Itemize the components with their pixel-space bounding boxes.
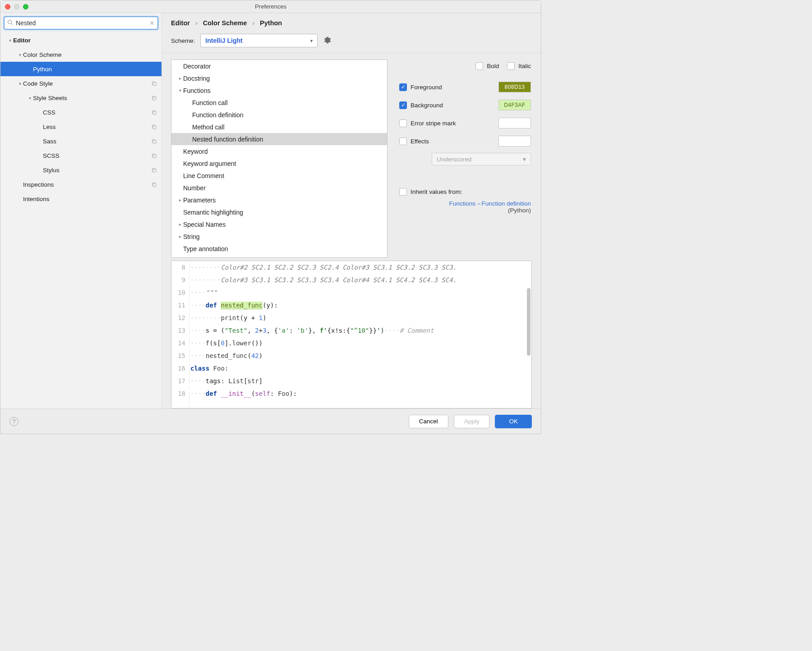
titlebar: Preferences bbox=[0, 0, 541, 13]
svg-rect-5 bbox=[153, 97, 156, 100]
category-item[interactable]: Number bbox=[171, 182, 387, 194]
errorstripe-swatch[interactable] bbox=[498, 118, 531, 128]
effects-check[interactable]: Effects bbox=[399, 138, 429, 145]
crumb-python[interactable]: Python bbox=[260, 19, 282, 27]
svg-line-1 bbox=[11, 23, 13, 25]
category-item[interactable]: Function definition bbox=[171, 109, 387, 121]
category-item[interactable]: ▸Docstring bbox=[171, 72, 387, 84]
tree-item[interactable]: SCSS bbox=[0, 148, 161, 163]
category-item[interactable]: Decorator bbox=[171, 60, 387, 72]
sidebar: ✕ ▾Editor▾Color SchemePython▾Code Style▾… bbox=[0, 13, 162, 408]
category-item[interactable]: Function call bbox=[171, 96, 387, 109]
tree-item[interactable]: Stylus bbox=[0, 163, 161, 177]
separate-settings-icon bbox=[151, 153, 157, 159]
crumb-colorscheme[interactable]: Color Scheme bbox=[203, 19, 247, 27]
chevron-right-icon: › bbox=[195, 19, 198, 27]
svg-rect-11 bbox=[153, 140, 156, 143]
category-item[interactable]: Semantic highlighting bbox=[171, 206, 387, 218]
tree-item[interactable]: Intentions bbox=[0, 192, 161, 206]
scrollbar[interactable] bbox=[527, 288, 531, 356]
tree-item[interactable]: Less bbox=[0, 119, 161, 134]
separate-settings-icon bbox=[151, 81, 157, 87]
clear-icon[interactable]: ✕ bbox=[149, 19, 155, 27]
scheme-row: Scheme: IntelliJ Light ▾ bbox=[162, 31, 541, 53]
window-title: Preferences bbox=[0, 3, 541, 10]
foreground-check[interactable]: ✓Foreground bbox=[399, 83, 442, 91]
svg-rect-7 bbox=[153, 111, 156, 115]
code-area: ········Color#2 SC2.1 SC2.2 SC2.3 SC2.4 … bbox=[189, 261, 531, 408]
tree-item[interactable]: ▾Style Sheets bbox=[0, 91, 161, 105]
breadcrumb: Editor › Color Scheme › Python bbox=[162, 13, 541, 31]
help-icon[interactable]: ? bbox=[9, 417, 18, 426]
inherit-link[interactable]: Functions→Function definition bbox=[449, 200, 531, 207]
properties-panel: Bold Italic ✓Foreground 808D13 ✓Backgrou… bbox=[398, 60, 532, 258]
category-item[interactable]: Keyword argument bbox=[171, 157, 387, 170]
main-area: Decorator▸Docstring▾FunctionsFunction ca… bbox=[162, 53, 541, 408]
tree-item[interactable]: Inspections bbox=[0, 177, 161, 192]
scheme-label: Scheme: bbox=[171, 37, 195, 44]
search-field[interactable] bbox=[16, 19, 147, 27]
ok-button[interactable]: OK bbox=[495, 415, 532, 428]
tree-item[interactable]: ▾Color Scheme bbox=[0, 47, 161, 62]
svg-point-0 bbox=[8, 20, 12, 24]
svg-rect-15 bbox=[153, 169, 156, 172]
chevron-down-icon: ▾ bbox=[310, 38, 313, 43]
effects-select[interactable]: Underscored ▾ bbox=[432, 153, 531, 165]
category-item[interactable]: Type annotation bbox=[171, 243, 387, 255]
separate-settings-icon bbox=[151, 95, 157, 101]
scheme-select[interactable]: IntelliJ Light ▾ bbox=[200, 34, 318, 47]
foreground-swatch[interactable]: 808D13 bbox=[498, 82, 531, 92]
category-item[interactable]: Nested function definition bbox=[171, 133, 387, 145]
footer: ? Cancel Apply OK bbox=[0, 408, 541, 434]
category-item[interactable]: ▸Special Names bbox=[171, 218, 387, 230]
category-item[interactable]: ▸String bbox=[171, 230, 387, 243]
content: Editor › Color Scheme › Python Scheme: I… bbox=[162, 13, 541, 408]
separate-settings-icon bbox=[151, 138, 157, 144]
chevron-down-icon: ▾ bbox=[523, 156, 526, 163]
category-item[interactable]: Keyword bbox=[171, 145, 387, 157]
code-preview[interactable]: 89101112131415161718 ········Color#2 SC2… bbox=[171, 261, 532, 408]
background-check[interactable]: ✓Background bbox=[399, 101, 443, 109]
bold-check[interactable]: Bold bbox=[475, 62, 499, 70]
search-icon bbox=[7, 19, 13, 27]
upper-row: Decorator▸Docstring▾FunctionsFunction ca… bbox=[171, 60, 532, 258]
separate-settings-icon bbox=[151, 182, 157, 188]
inherit-suffix: (Python) bbox=[399, 207, 531, 214]
cancel-button[interactable]: Cancel bbox=[409, 415, 448, 428]
settings-tree[interactable]: ▾Editor▾Color SchemePython▾Code Style▾St… bbox=[0, 33, 161, 408]
effects-swatch[interactable] bbox=[498, 136, 531, 147]
separate-settings-icon bbox=[151, 110, 157, 115]
svg-rect-17 bbox=[153, 183, 156, 187]
background-swatch[interactable]: D4F3AF bbox=[498, 100, 531, 110]
tree-item[interactable]: Python bbox=[0, 62, 161, 76]
svg-rect-9 bbox=[153, 126, 156, 129]
category-item[interactable]: Line Comment bbox=[171, 170, 387, 182]
preferences-window: Preferences ✕ ▾Editor▾Color SchemePython… bbox=[0, 0, 541, 434]
separate-settings-icon bbox=[151, 124, 157, 130]
category-item[interactable]: Method call bbox=[171, 121, 387, 133]
italic-check[interactable]: Italic bbox=[507, 62, 531, 70]
gear-icon[interactable] bbox=[323, 36, 331, 46]
scheme-value: IntelliJ Light bbox=[205, 37, 242, 44]
body: ✕ ▾Editor▾Color SchemePython▾Code Style▾… bbox=[0, 13, 541, 408]
errorstripe-check[interactable]: Error stripe mark bbox=[399, 119, 456, 127]
inherit-check[interactable]: Inherit values from: bbox=[399, 188, 531, 196]
gutter: 89101112131415161718 bbox=[171, 261, 189, 408]
tree-item[interactable]: CSS bbox=[0, 105, 161, 119]
chevron-right-icon: › bbox=[252, 19, 254, 27]
tree-item[interactable]: Sass bbox=[0, 134, 161, 148]
tree-item[interactable]: ▾Code Style bbox=[0, 76, 161, 91]
category-list[interactable]: Decorator▸Docstring▾FunctionsFunction ca… bbox=[171, 60, 388, 258]
separate-settings-icon bbox=[151, 167, 157, 173]
crumb-editor[interactable]: Editor bbox=[171, 19, 190, 27]
tree-item[interactable]: ▾Editor bbox=[0, 33, 161, 47]
svg-rect-13 bbox=[153, 155, 156, 158]
search-input[interactable]: ✕ bbox=[4, 16, 158, 30]
category-item[interactable]: ▸Parameters bbox=[171, 194, 387, 206]
apply-button[interactable]: Apply bbox=[454, 415, 490, 428]
svg-rect-3 bbox=[153, 83, 156, 86]
category-item[interactable]: ▾Functions bbox=[171, 84, 387, 96]
